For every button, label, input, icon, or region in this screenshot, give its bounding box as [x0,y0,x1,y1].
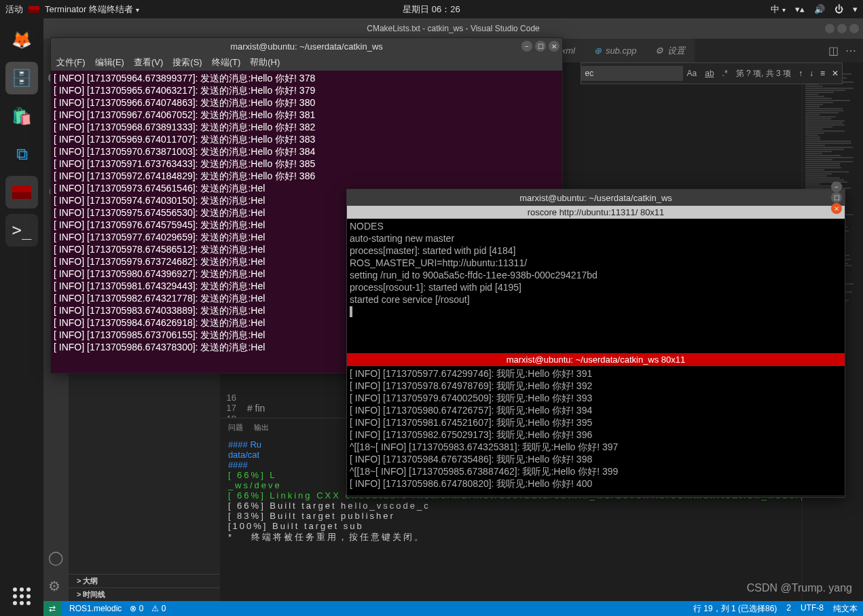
build-line: [100%] Built target sub [228,521,855,531]
line-number: 18 [220,414,247,418]
log-line: [ INFO] [1713705980.674726757]: 我听见:Hell… [350,404,842,416]
vscode-title: CMakeLists.txt - catkin_ws - Visual Stud… [367,24,540,33]
dock-vscode[interactable]: ⧉ [5,138,38,170]
outline-section[interactable]: > 大纲 [69,574,220,587]
vscode-titlebar: CMakeLists.txt - catkin_ws - Visual Stud… [43,18,863,39]
menu-search[interactable]: 搜索(S) [172,56,202,69]
menu-file[interactable]: 文件(F) [56,56,86,69]
gear-icon: ⚙ [655,46,663,56]
tab-settings[interactable]: ⚙设置 [646,39,695,62]
volume-icon[interactable]: 🔊 [814,4,825,14]
activities-button[interactable]: 活动 [5,3,23,16]
active-app-label[interactable]: Terminator 终端终结者 [45,3,139,16]
terminal-menubar: 文件(F) 编辑(E) 查看(V) 搜索(S) 终端(T) 帮助(H) [51,54,562,71]
log-line: process[rosout-1]: started with pid [419… [350,281,842,293]
status-encoding[interactable]: UTF-8 [801,603,824,615]
panel-tab-output[interactable]: 输出 [254,422,269,433]
find-selection-icon[interactable]: ≡ [817,69,828,78]
terminator-app-icon [29,6,39,13]
log-line: [ INFO] [1713705977.674299746]: 我听见:Hell… [350,367,842,380]
log-line: [ INFO] [1713705970.673871003]: 发送的消息:He… [54,145,559,158]
terminator-titlebar: marxist@ubuntu: ~/userdata/catkin_ws − ☐… [347,189,845,206]
menu-edit[interactable]: 编辑(E) [95,56,124,69]
log-line: process[master]: started with pid [4184] [350,244,842,257]
dock-terminal[interactable]: >_ [5,214,38,247]
find-word-icon[interactable]: ab [701,69,718,78]
find-widget: Aa ab .* 第 ? 项, 共 3 项 ↑ ↓ ≡ ✕ [581,62,843,84]
pane-roscore[interactable]: NODESauto-starting new masterprocess[mas… [347,219,845,353]
minimize-button[interactable]: − [831,181,842,192]
power-icon[interactable]: ⏻ [834,4,843,14]
close-button[interactable]: ✕ [549,41,559,52]
pane-title-subscriber[interactable]: marxist@ubuntu: ~/userdata/catkin_ws 80x… [347,353,845,366]
find-next-icon[interactable]: ↓ [806,69,817,78]
maximize-button[interactable]: ☐ [535,41,546,52]
menu-terminal[interactable]: 终端(T) [212,56,241,69]
more-icon[interactable]: ⋯ [845,44,856,57]
log-line: started core service [/rosout] [350,293,842,306]
system-menu-arrow[interactable]: ▾ [853,4,858,14]
maximize-button[interactable]: ☐ [831,192,842,203]
log-line: ^[[18~[ INFO] [1713705985.673887462]: 我听… [350,465,842,477]
maximize-button[interactable] [837,24,847,33]
dock-firefox[interactable]: 🦊 [5,24,38,56]
status-bar: ⇄ ROS1.melodic ⊗ 0 ⚠ 0 行 19，列 1 (已选择86) … [43,601,863,616]
watermark: CSDN @Trump. yang [747,582,852,594]
log-line: auto-starting new master [350,232,842,244]
cpp-icon: ⊕ [594,46,602,56]
dock-terminator[interactable] [5,176,38,209]
remote-button[interactable]: ⇄ [43,601,61,616]
dock-software[interactable]: 🛍️ [5,100,38,132]
log-line: [ INFO] [1713705978.674978769]: 我听见:Hell… [350,380,842,392]
gnome-topbar: 活动 Terminator 终端终结者 星期日 06：26 中 ▾▴ 🔊 ⏻ ▾ [0,0,863,18]
pane-title-roscore[interactable]: roscore http://ubuntu:11311/ 80x11 [347,206,845,219]
log-line: [ INFO] [1713705965.674063217]: 发送的消息:He… [54,84,559,96]
menu-help[interactable]: 帮助(H) [250,56,280,69]
log-line: [ INFO] [1713705972.674184829]: 发送的消息:He… [54,170,559,182]
find-status: 第 ? 项, 共 3 项 [732,68,795,79]
minimize-button[interactable] [825,24,834,33]
close-button[interactable]: ✕ [831,203,842,214]
gnome-dock: 🦊 🗄️ 🛍️ ⧉ >_ [0,18,43,616]
line-number: 16 [220,393,247,403]
close-button[interactable] [849,24,859,33]
terminator-window[interactable]: marxist@ubuntu: ~/userdata/catkin_ws − ☐… [346,189,845,498]
find-case-icon[interactable]: Aa [683,69,701,78]
pane-subscriber[interactable]: [ INFO] [1713705977.674299746]: 我听见:Hell… [347,366,845,495]
status-errors[interactable]: ⊗ 0 [130,604,143,613]
find-regex-icon[interactable]: .* [718,69,732,78]
clock[interactable]: 星期日 06：26 [403,3,460,16]
build-line: [ 83%] Built target publisher [228,511,855,521]
status-warnings[interactable]: ⚠ 0 [151,604,166,613]
terminal-titlebar: marxist@ubuntu: ~/userdata/catkin_ws − ☐… [51,38,562,54]
settings-icon[interactable]: ⚙ [48,578,63,594]
find-input[interactable] [581,66,683,81]
panel-tab-problems[interactable]: 问题 [228,422,243,433]
log-line: [ INFO] [1713705984.676735486]: 我听见:Hell… [350,453,842,465]
find-close-icon[interactable]: ✕ [828,69,842,78]
tab-sub[interactable]: ⊕sub.cpp [585,39,646,62]
split-editor-icon[interactable]: ◫ [828,44,839,57]
log-line: [ INFO] [1713705981.674521607]: 我听见:Hell… [350,416,842,429]
terminal-title: marxist@ubuntu: ~/userdata/catkin_ws [230,41,383,52]
find-prev-icon[interactable]: ↑ [795,69,806,78]
log-line: [ INFO] [1713705967.674067052]: 发送的消息:He… [54,109,559,121]
log-line: [ INFO] [1713705971.673763433]: 发送的消息:He… [54,158,559,170]
log-line: [ INFO] [1713705986.674780820]: 我听见:Hell… [350,477,842,490]
log-line: setting /run_id to 900a5a5c-ffdc-11ee-93… [350,269,842,281]
log-line: [ INFO] [1713705982.675029173]: 我听见:Hell… [350,429,842,441]
status-lang[interactable]: 纯文本 [833,603,858,615]
minimize-button[interactable]: − [521,41,532,52]
status-spaces[interactable]: 2 [786,603,791,615]
show-apps-icon[interactable] [13,587,31,605]
status-cursor[interactable]: 行 19，列 1 (已选择86) [693,603,777,615]
timeline-section[interactable]: > 时间线 [69,587,220,601]
network-icon[interactable]: ▾▴ [795,4,805,14]
log-line: ^[[18~[ INFO] [1713705983.674325381]: 我听… [350,441,842,453]
account-icon[interactable]: ◯ [48,549,63,566]
menu-view[interactable]: 查看(V) [134,56,163,69]
input-lang[interactable]: 中 [771,3,786,16]
dock-files[interactable]: 🗄️ [5,62,38,94]
log-line: ROS_MASTER_URI=http://ubuntu:11311/ [350,257,842,269]
status-ros[interactable]: ROS1.melodic [69,604,122,613]
